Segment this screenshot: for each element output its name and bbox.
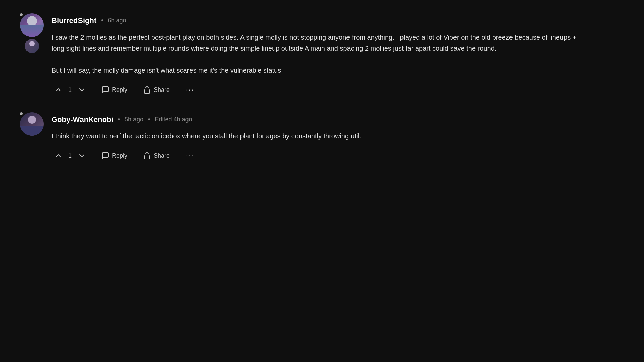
comment-text: I saw the 2 mollies as the perfect post-… (52, 32, 584, 76)
reply-icon-2 (101, 152, 109, 160)
share-label-2: Share (154, 152, 170, 159)
comment-actions: 1 Reply (52, 84, 584, 96)
share-icon (143, 86, 151, 94)
downvote-button-2[interactable] (75, 150, 89, 161)
reply-label-2: Reply (112, 152, 127, 159)
share-button-2[interactable]: Share (140, 150, 172, 161)
share-icon-2 (143, 152, 151, 160)
more-options-button[interactable]: ··· (182, 84, 197, 96)
avatar-2 (20, 112, 44, 136)
comment-paragraph-2: But I will say, the molly damage isn't w… (52, 65, 584, 76)
separator-3: • (148, 115, 150, 124)
downvote-icon-2 (78, 152, 86, 160)
vote-group: 1 (52, 84, 89, 95)
reply-icon (101, 86, 109, 94)
timestamp: 6h ago (108, 16, 126, 25)
timestamp-2: 5h ago (125, 115, 143, 124)
comment-paragraph-3: I think they want to nerf the tactic on … (52, 131, 584, 142)
share-label: Share (154, 86, 170, 94)
avatar-dot (19, 13, 23, 17)
comment-body-2: Goby-WanKenobi • 5h ago • Edited 4h ago … (52, 112, 584, 161)
avatar-wrapper-2 (20, 112, 44, 136)
comments-container: BlurredSight • 6h ago I saw the 2 mollie… (0, 0, 604, 191)
comment-text-2: I think they want to nerf the tactic on … (52, 131, 584, 142)
upvote-icon-2 (54, 152, 62, 160)
comment-item: BlurredSight • 6h ago I saw the 2 mollie… (20, 13, 584, 96)
vote-count-2: 1 (68, 151, 72, 161)
avatar-area (20, 13, 44, 96)
more-options-button-2[interactable]: ··· (182, 150, 197, 161)
comment-actions-2: 1 Reply (52, 150, 584, 161)
avatar-small-img (25, 39, 39, 53)
avatar-goby (20, 112, 44, 136)
downvote-icon (78, 86, 86, 94)
upvote-button-2[interactable] (52, 150, 65, 161)
reply-label: Reply (112, 86, 127, 94)
comment-header: BlurredSight • 6h ago (52, 15, 584, 26)
username: BlurredSight (52, 15, 96, 26)
comment-item: Goby-WanKenobi • 5h ago • Edited 4h ago … (20, 112, 584, 161)
edited-timestamp: Edited 4h ago (155, 115, 192, 124)
reply-button-2[interactable]: Reply (99, 150, 130, 161)
avatar-area-2 (20, 112, 44, 161)
comment-body: BlurredSight • 6h ago I saw the 2 mollie… (52, 13, 584, 96)
upvote-button[interactable] (52, 84, 65, 95)
upvote-icon (54, 86, 62, 94)
vote-count: 1 (68, 85, 72, 95)
comment-header-2: Goby-WanKenobi • 5h ago • Edited 4h ago (52, 114, 584, 125)
avatar-wrapper (20, 13, 44, 37)
avatar (20, 13, 44, 37)
username-2: Goby-WanKenobi (52, 114, 113, 125)
downvote-button[interactable] (75, 84, 89, 95)
separator: • (101, 16, 103, 25)
reply-button[interactable]: Reply (99, 84, 130, 95)
share-button[interactable]: Share (140, 84, 172, 95)
vote-group-2: 1 (52, 150, 89, 161)
avatar-blurred-sight (20, 13, 44, 37)
comment-paragraph-1: I saw the 2 mollies as the perfect post-… (52, 32, 584, 54)
avatar-small (25, 39, 39, 53)
separator-2: • (118, 115, 120, 124)
